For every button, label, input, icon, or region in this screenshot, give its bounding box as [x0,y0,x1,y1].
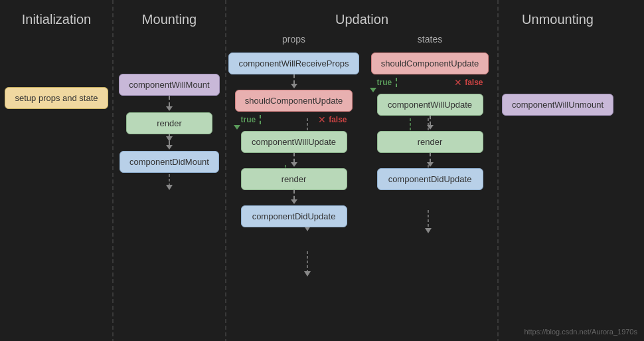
props-render-box: render [241,168,347,190]
component-will-mount-box: componentWillMount [119,74,219,96]
watermark: https://blog.csdn.net/Aurora_1970s [524,328,637,336]
props-will-update-box: componentWillUpdate [241,131,347,153]
p-arrow3 [293,153,295,162]
mount-render-box: render [126,112,212,134]
props-x-mark: ✕ [318,114,326,125]
s-arrow2 [430,116,431,125]
mount-items: componentWillMount render componentDidMo… [119,67,219,173]
props-column: props componentWillReceiveProps shouldCo… [226,34,362,227]
section-initialization: Initialization setup props and state [0,0,113,341]
init-title: Initialization [22,12,92,27]
states-render-box: render [377,131,483,153]
states-true-false: true ✕ false [377,77,483,88]
states-label: states [418,34,442,45]
states-x-mark: ✕ [454,77,462,88]
states-did-update-box: componentDidUpdate [377,168,483,190]
props-should-update-box: shouldComponentUpdate [235,90,353,112]
diagram-container: Initialization setup props and state Mou… [0,0,644,341]
section-updation: Updation props componentWillReceiveProps… [226,0,498,341]
component-will-unmount-box: componentWillUnmount [502,94,613,116]
setup-props-state-box: setup props and state [5,87,108,109]
s-arrowhead2 [427,125,434,130]
p-arrowhead3 [291,162,297,167]
unmount-content: componentWillUnmount [502,94,613,116]
props-false-label: false [329,115,347,124]
s-true-arrow [396,78,397,87]
init-content: setup props and state [5,87,108,109]
arrowhead2 [166,145,173,150]
component-will-receive-props-box: componentWillReceiveProps [228,53,359,74]
states-should-update-box: shouldComponentUpdate [371,53,489,74]
p-arrow1 [293,74,295,84]
unmount-title: Unmounting [522,12,594,27]
arrow2 [169,134,170,145]
p-true-arrow [260,115,261,124]
p-arrow4 [293,190,295,199]
update-title: Updation [335,12,388,27]
p-true-arrowhead [234,125,240,130]
s-true-arrowhead [370,88,376,92]
states-will-update-box: componentWillUpdate [377,94,483,116]
component-did-mount-box: componentDidMount [120,151,219,173]
props-label: props [282,34,305,45]
s-arrow3 [430,153,431,162]
states-column: states shouldComponentUpdate true ✕ fals… [362,34,498,227]
arrowhead1 [166,106,173,111]
update-columns: props componentWillReceiveProps shouldCo… [226,34,498,227]
props-true-label: true [241,115,256,124]
props-did-update-box: componentDidUpdate [241,205,347,227]
arrow1 [169,96,170,106]
mount-title: Mounting [142,12,197,27]
states-false-label: false [465,78,483,87]
section-unmounting: Unmounting componentWillUnmount [498,0,617,341]
section-mounting: Mounting componentWillMount render compo… [113,0,226,341]
p-arrowhead1 [291,84,297,88]
props-true-false: true ✕ false [241,114,347,125]
s-arrowhead3 [427,162,434,167]
p-arrowhead4 [291,199,297,204]
states-true-label: true [377,78,392,87]
